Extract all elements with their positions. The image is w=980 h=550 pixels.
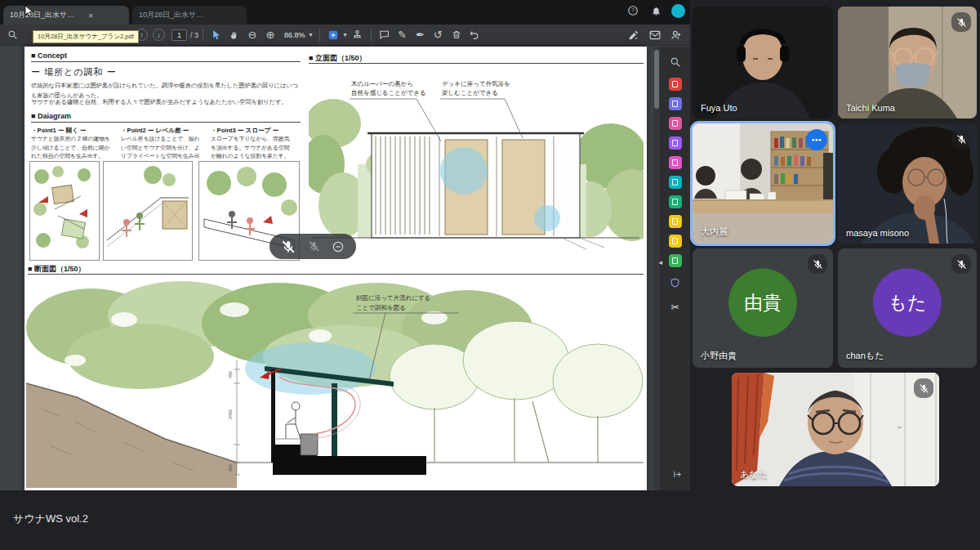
participant-tile-masaya-misono[interactable]: masaya misono: [838, 123, 977, 244]
screen-share-presentation: 10月28日_出水サー… × 10月28日_出水サー… ?: [0, 0, 690, 490]
zoom-level-value[interactable]: 86.8%: [284, 31, 305, 39]
more-options-badge[interactable]: ⋯: [806, 129, 827, 150]
participant-name: masaya misono: [846, 228, 909, 238]
point2-title: ・Point2 ー レベル差 ー: [121, 127, 189, 135]
protect-shield-rail-icon[interactable]: [666, 274, 684, 292]
video-feed: [693, 7, 833, 118]
elevation-note1-line1: 木のルーバーの奥から: [351, 80, 413, 87]
participant-name: Fuya Uto: [701, 103, 737, 113]
avatar: もた: [873, 268, 942, 337]
stamp-tool-icon[interactable]: [349, 26, 367, 44]
mic-muted-badge: [951, 12, 971, 32]
find-icon[interactable]: [3, 26, 21, 44]
participant-tile-you[interactable]: あなた: [732, 373, 939, 486]
tab-title: 10月28日_出水サー…: [139, 10, 211, 20]
create-pdf-rail-icon[interactable]: [669, 97, 682, 110]
participant-name: 大内麗: [701, 226, 728, 238]
rotate-tool-icon[interactable]: ↺: [430, 26, 448, 44]
concept-subheading: ー 場所との調和 ー: [31, 66, 117, 78]
mic-muted-badge: [951, 129, 971, 149]
participant-name: chanもた: [846, 350, 884, 362]
audio-off-icon: [308, 240, 320, 253]
participant-tile-chan-mota[interactable]: もた chanもた: [838, 248, 977, 368]
browser-tab-inactive[interactable]: 10月28日_出水サー…: [132, 6, 247, 25]
point1-body: サウナと脱衣所の 2 棟の建物を少し傾けることで、自然に開かれた独自の空間を生み…: [31, 135, 115, 161]
sign-pen-icon[interactable]: ✒: [412, 26, 430, 44]
select-tool-icon[interactable]: [207, 26, 225, 44]
diagram-box-level: [103, 161, 193, 261]
page-down-icon[interactable]: ↓: [153, 29, 165, 41]
edit-pdf-rail-icon[interactable]: [669, 136, 682, 150]
point1-title: ・Point1 ー 開く ー: [31, 127, 87, 135]
mic-off-icon: [281, 239, 296, 254]
meet-bottom-bar: サウナWS vol.2 ⋮: [0, 490, 980, 550]
browser-tab-active[interactable]: 10月28日_出水サー… ×: [3, 6, 129, 25]
comment-tool-icon[interactable]: [376, 26, 394, 44]
pdf-viewport: ■ Concept ー 場所との調和 ー 伝統的な日本家屋には囲炉裏が設けられて…: [0, 47, 660, 490]
zoom-caret-icon[interactable]: ▾: [307, 26, 315, 44]
fill-sign-rail-icon[interactable]: [669, 156, 682, 169]
export-pdf-tool-icon[interactable]: [324, 26, 342, 44]
participant-name: Taichi Kuma: [846, 103, 895, 113]
participant-tile-ono-yuki[interactable]: 由貴 小野由貴: [693, 248, 833, 368]
export-caret-icon[interactable]: ▾: [342, 26, 349, 44]
section-drawing: 450 2450 350 斜面に沿って片流れにする ことで調和を図る: [26, 279, 644, 488]
hand-tool-icon[interactable]: [225, 26, 243, 44]
search-zoom-icon[interactable]: [666, 53, 684, 71]
diagram-box-open: [29, 161, 100, 261]
notifications-bell-icon[interactable]: [648, 3, 663, 18]
elevation-note2-line1: デッキに座って外気浴を: [442, 80, 510, 87]
participant-tile-fuya-uto[interactable]: Fuya Uto: [693, 7, 833, 118]
section-note-line2: ことで調和を図る: [356, 304, 406, 311]
add-person-icon[interactable]: [667, 26, 685, 44]
section-note-line1: 斜面に沿って片流れにする: [356, 294, 430, 302]
export-pdf-rail-icon[interactable]: [669, 78, 682, 91]
current-page-input[interactable]: 1: [172, 29, 187, 41]
pdf-scrollbar[interactable]: [653, 47, 660, 490]
mouse-cursor: [24, 5, 34, 18]
pdf-page: ■ Concept ー 場所との調和 ー 伝統的な日本家屋には囲炉裏が設けられて…: [24, 47, 647, 490]
tab-close-icon[interactable]: ×: [88, 11, 93, 20]
participant-tile-oouchi-rei[interactable]: 大内麗 ⋯: [693, 123, 833, 244]
presentation-overlay-controls[interactable]: [270, 234, 356, 259]
zoom-out-icon[interactable]: ⊖: [243, 26, 261, 44]
account-avatar[interactable]: [671, 4, 685, 18]
email-icon[interactable]: [646, 26, 664, 44]
elevation-note2-line2: 楽しむことができる: [442, 89, 498, 96]
highlight-pencil-icon[interactable]: ✎: [394, 26, 412, 44]
acrobat-tools-rail: ✂: [660, 47, 690, 490]
dim-2450: 2450: [228, 409, 233, 419]
elevation-note1-line2: 自然を感じることができる: [351, 89, 426, 96]
undo-icon[interactable]: [466, 26, 483, 44]
participant-name: あなた: [740, 468, 768, 481]
combine-files-rail-icon[interactable]: [669, 117, 682, 130]
page-total-label: / 3: [190, 31, 198, 39]
participant-name: 小野由貴: [701, 350, 737, 362]
point3-title: ・Point3 ー スロープ ー: [211, 127, 278, 135]
mic-muted-badge: [808, 254, 827, 274]
request-signatures-rail-icon[interactable]: [669, 215, 682, 228]
export-convert-rail-icon[interactable]: [669, 176, 682, 189]
dim-350: 350: [228, 464, 233, 472]
organize-pages-rail-icon[interactable]: [669, 195, 682, 208]
elevation-drawing: 木のルーバーの奥から 自然を感じることができる デッキに座って外気浴を 楽しむこ…: [309, 66, 644, 257]
delete-tool-icon[interactable]: [448, 26, 466, 44]
share-pen-icon[interactable]: [625, 26, 643, 44]
compress-rail-icon[interactable]: [669, 254, 682, 267]
point3-body: スロープを下りながら、雰囲気を演出する。サウナがある空間が離れのような役割を果た…: [211, 135, 295, 161]
participant-tile-taichi-kuma[interactable]: Taichi Kuma: [838, 7, 977, 118]
tab-title: 10月28日_出水サー…: [10, 10, 82, 20]
concept-heading: ■ Concept: [31, 51, 67, 60]
rail-collapse-icon[interactable]: ◂: [658, 258, 662, 266]
zoom-in-icon[interactable]: ⊕: [261, 26, 279, 44]
more-tools-scissors-icon[interactable]: ✂: [666, 298, 684, 316]
avatar: 由貴: [728, 268, 797, 337]
concept-body-2: サウナがある建物と自然、利用する人々で囲炉裏が生みだすようなあたたかい空間を創り…: [31, 97, 302, 107]
rail-expand-icon[interactable]: [673, 470, 682, 479]
filename-tooltip: 10月28日_出水サウナ_プラン2.pdf: [33, 30, 139, 43]
comments-rail-icon[interactable]: [669, 235, 682, 248]
minimize-icon: [332, 240, 345, 253]
browser-tab-bar: 10月28日_出水サー… × 10月28日_出水サー… ?: [0, 0, 690, 25]
help-icon[interactable]: ?: [626, 3, 640, 18]
dim-450: 450: [228, 371, 233, 378]
